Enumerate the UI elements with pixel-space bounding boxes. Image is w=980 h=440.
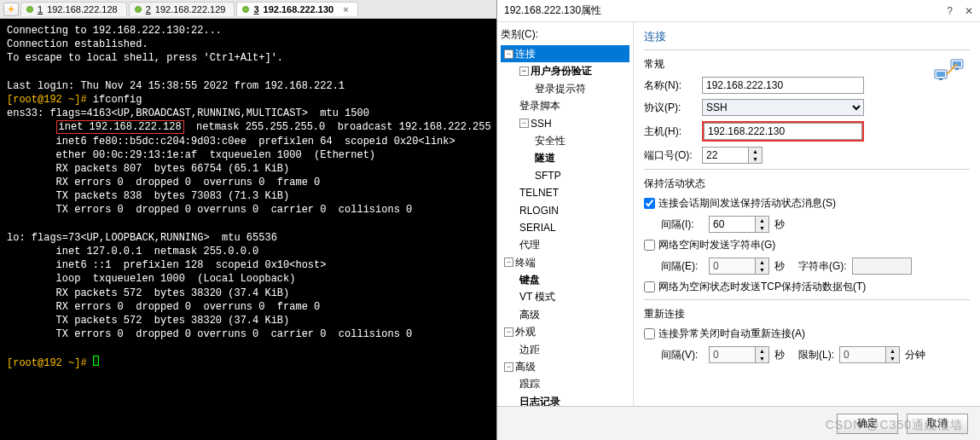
svg-rect-1 xyxy=(937,72,945,77)
tab-number: 1 xyxy=(38,4,43,14)
session-tab-3[interactable]: 3 192.168.222.130 × xyxy=(236,2,357,16)
shell-prompt: [root@192 ~]# xyxy=(7,357,87,369)
tree-connection[interactable]: −连接 xyxy=(501,45,629,62)
category-tree[interactable]: −连接 −用户身份验证 登录提示符 登录脚本 −SSH 安全性 隧道 SFTP … xyxy=(501,45,629,406)
name-label: 名称(N): xyxy=(644,78,697,93)
status-dot-icon xyxy=(135,6,142,13)
tree-advanced2[interactable]: −高级 xyxy=(501,358,629,375)
tree-proxy[interactable]: 代理 xyxy=(501,236,629,253)
tree-tunnel[interactable]: 隧道 xyxy=(501,149,629,166)
name-input[interactable] xyxy=(702,77,864,94)
unit-sec: 秒 xyxy=(774,217,785,232)
ok-button[interactable]: 确定 xyxy=(837,414,898,434)
tree-trace[interactable]: 跟踪 xyxy=(501,375,629,392)
tree-vt[interactable]: VT 模式 xyxy=(501,288,629,305)
session-tab-1[interactable]: 1 192.168.222.128 xyxy=(20,2,127,16)
category-label: 类别(C): xyxy=(501,27,629,42)
tree-advanced[interactable]: 高级 xyxy=(501,306,629,323)
add-tab-button[interactable]: + xyxy=(3,3,19,16)
dialog-titlebar[interactable]: 192.168.222.130属性 ? ✕ xyxy=(497,0,980,22)
port-spinner[interactable]: ▲▼ xyxy=(702,147,763,164)
group-keepalive: 保持活动状态 xyxy=(644,177,970,191)
tree-margin[interactable]: 边距 xyxy=(501,341,629,358)
rc-interval-label: 间隔(V): xyxy=(644,348,704,362)
collapse-icon[interactable]: − xyxy=(504,258,513,267)
tab-label: 192.168.222.130 xyxy=(264,4,334,14)
idle-interval-label: 间隔(E): xyxy=(644,259,704,274)
port-label: 端口号(O): xyxy=(644,148,697,163)
tree-keyboard[interactable]: 键盘 xyxy=(501,271,629,288)
unit-minute: 分钟 xyxy=(905,348,925,362)
port-input[interactable] xyxy=(702,147,749,164)
section-connection: 连接 xyxy=(644,29,970,44)
dialog-footer: 确定 取消 CSDN @C350通鑑樓墙 xyxy=(497,406,980,440)
tab-number: 3 xyxy=(253,4,258,14)
tree-appearance[interactable]: −外观 xyxy=(501,323,629,340)
idle-string-checkbox[interactable]: 网络空闲时发送字符串(G) xyxy=(644,238,775,252)
auto-reconnect-checkbox[interactable]: 连接异常关闭时自动重新连接(A) xyxy=(644,327,805,341)
group-general: 常规 xyxy=(644,57,970,72)
collapse-icon[interactable]: − xyxy=(504,49,513,59)
shell-prompt: [root@192 ~]# xyxy=(7,94,87,106)
status-dot-icon xyxy=(242,6,249,13)
unit-sec: 秒 xyxy=(774,348,785,362)
idle-interval-spinner: ▲▼ xyxy=(709,258,769,275)
rc-limit-spinner: ▲▼ xyxy=(839,346,900,363)
tree-serial[interactable]: SERIAL xyxy=(501,219,629,236)
cancel-button[interactable]: 取消 xyxy=(907,414,968,434)
tree-log[interactable]: 日志记录 xyxy=(501,393,629,406)
svg-rect-2 xyxy=(939,78,942,80)
tab-label: 192.168.222.128 xyxy=(47,4,118,14)
tree-auth[interactable]: −用户身份验证 xyxy=(501,62,629,79)
tree-login-script[interactable]: 登录脚本 xyxy=(501,97,629,114)
cursor-icon xyxy=(93,356,99,366)
network-icon xyxy=(934,58,965,85)
help-icon[interactable]: ? xyxy=(947,5,953,17)
svg-rect-5 xyxy=(955,68,959,70)
ka-interval-label: 间隔(I): xyxy=(644,217,704,232)
protocol-select[interactable]: SSH xyxy=(702,99,864,116)
tree-prompt[interactable]: 登录提示符 xyxy=(501,80,629,97)
tab-number: 2 xyxy=(146,4,151,14)
spin-down-icon[interactable]: ▼ xyxy=(749,155,762,163)
group-reconnect: 重新连接 xyxy=(644,307,970,321)
collapse-icon[interactable]: − xyxy=(504,362,513,372)
tree-sftp[interactable]: SFTP xyxy=(501,167,629,184)
collapse-icon[interactable]: − xyxy=(504,327,513,337)
rc-limit-label: 限制(L): xyxy=(798,348,834,362)
host-label: 主机(H): xyxy=(644,124,697,139)
keepalive-checkbox[interactable]: 连接会话期间发送保持活动状态消息(S) xyxy=(644,196,836,211)
close-icon[interactable]: ✕ xyxy=(965,5,973,17)
string-label: 字符串(G): xyxy=(798,259,847,274)
host-input[interactable] xyxy=(704,123,862,140)
tree-security[interactable]: 安全性 xyxy=(501,132,629,149)
tcp-keepalive-checkbox[interactable]: 网络为空闲状态时发送TCP保持活动数据包(T) xyxy=(644,280,866,294)
tree-terminal[interactable]: −终端 xyxy=(501,254,629,271)
properties-dialog: 192.168.222.130属性 ? ✕ 类别(C): −连接 −用户身份验证… xyxy=(496,0,980,440)
dialog-title: 192.168.222.130属性 xyxy=(504,3,601,18)
close-tab-icon[interactable]: × xyxy=(343,4,348,14)
category-panel: 类别(C): −连接 −用户身份验证 登录提示符 登录脚本 −SSH 安全性 隧… xyxy=(497,22,634,406)
tree-ssh[interactable]: −SSH xyxy=(501,115,629,132)
session-tab-2[interactable]: 2 192.168.222.129 xyxy=(129,2,235,16)
protocol-label: 协议(P): xyxy=(644,101,697,115)
highlighted-ip: inet 192.168.222.128 xyxy=(56,120,184,134)
collapse-icon[interactable]: − xyxy=(519,119,529,128)
tree-telnet[interactable]: TELNET xyxy=(501,184,629,201)
status-dot-icon xyxy=(26,6,33,13)
ka-interval-spinner[interactable]: ▲▼ xyxy=(709,216,769,233)
collapse-icon[interactable]: − xyxy=(519,67,529,76)
unit-sec: 秒 xyxy=(774,259,785,274)
tab-label: 192.168.222.129 xyxy=(155,4,226,14)
string-input xyxy=(852,258,912,275)
connection-form: 连接 常规 名称(N): 协议(P): SSH xyxy=(634,22,980,406)
rc-interval-spinner: ▲▼ xyxy=(709,346,769,363)
tree-rlogin[interactable]: RLOGIN xyxy=(501,202,629,219)
spin-up-icon[interactable]: ▲ xyxy=(749,148,762,155)
